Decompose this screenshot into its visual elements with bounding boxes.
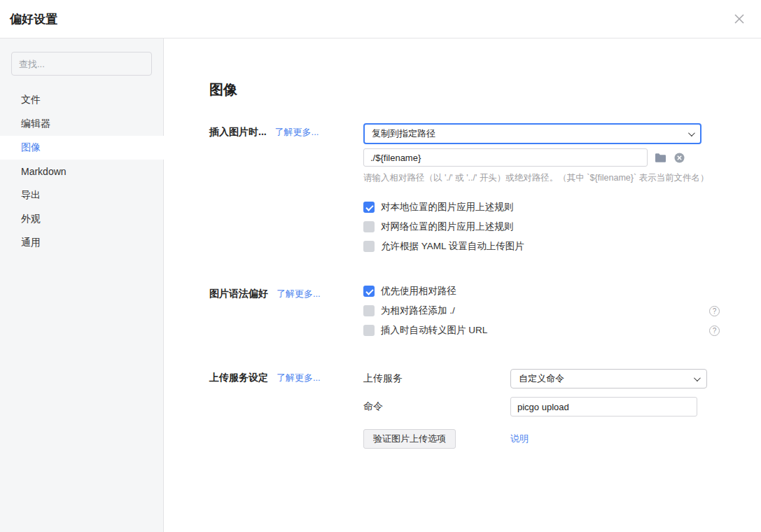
path-row <box>363 148 720 167</box>
checkbox-label: 为相对路径添加 ./ <box>381 304 455 317</box>
close-button[interactable] <box>732 11 747 27</box>
sidebar: 文件 编辑器 图像 Markdown 导出 外观 通用 <box>0 38 164 532</box>
validate-button-wrap: 验证图片上传选项 <box>363 429 510 449</box>
checkbox[interactable] <box>363 305 375 316</box>
sidebar-item-export[interactable]: 导出 <box>0 183 163 207</box>
sidebar-nav: 文件 编辑器 图像 Markdown 导出 外观 通用 <box>0 88 163 255</box>
checkbox-row[interactable]: 插入时自动转义图片 URL <box>363 324 487 337</box>
command-row: 命令 <box>363 397 720 416</box>
section-controls: 优先使用相对路径 为相对路径添加 ./ ? 插入时自动转义图片 URL <box>363 285 720 337</box>
clear-icon <box>674 153 685 163</box>
sidebar-item-markdown[interactable]: Markdown <box>0 160 163 183</box>
checkbox[interactable] <box>363 325 375 336</box>
insert-action-select[interactable]: 复制到指定路径 <box>363 123 701 144</box>
checkbox-row-add-dot-slash: 为相对路径添加 ./ ? <box>363 304 720 317</box>
learn-more-link[interactable]: 了解更多... <box>277 372 321 383</box>
checkbox-label: 对本地位置的图片应用上述规则 <box>381 201 513 214</box>
section-label-col: 上传服务设定 了解更多... <box>209 369 363 457</box>
checkbox-label: 对网络位置的图片应用上述规则 <box>381 220 513 233</box>
sidebar-item-file[interactable]: 文件 <box>0 88 163 112</box>
folder-icon <box>655 153 666 163</box>
search-input[interactable] <box>11 52 152 76</box>
checkbox-row-relative-path[interactable]: 优先使用相对路径 <box>363 285 720 298</box>
section-label-col: 插入图片时... 了解更多... <box>209 123 363 253</box>
search-wrap <box>0 52 163 76</box>
preferences-window: 偏好设置 文件 编辑器 图像 Markdown 导出 外观 通用 <box>0 0 761 532</box>
learn-more-link[interactable]: 了解更多... <box>275 127 319 137</box>
validate-upload-button[interactable]: 验证图片上传选项 <box>363 429 456 449</box>
checkbox[interactable] <box>363 221 375 232</box>
section-insert-images: 插入图片时... 了解更多... 复制到指定路径 <box>209 123 720 253</box>
window-title: 偏好设置 <box>10 11 57 27</box>
upload-service-label: 上传服务 <box>363 372 510 385</box>
insert-action-select-value: 复制到指定路径 <box>372 127 435 140</box>
section-label: 插入图片时... <box>209 126 267 137</box>
section-label: 图片语法偏好 <box>209 288 268 299</box>
window-body: 文件 编辑器 图像 Markdown 导出 外观 通用 图像 插入图片时... … <box>0 38 761 532</box>
command-label: 命令 <box>363 400 510 413</box>
close-icon <box>734 13 745 24</box>
section-controls: 上传服务 自定义命令 命令 验证图片上传选项 <box>363 369 720 457</box>
checkbox-row-yaml-upload[interactable]: 允许根据 YAML 设置自动上传图片 <box>363 240 720 253</box>
section-controls: 复制到指定路径 <box>363 123 720 253</box>
checkbox[interactable] <box>363 286 375 297</box>
sidebar-item-editor[interactable]: 编辑器 <box>0 112 163 136</box>
section-image-syntax: 图片语法偏好 了解更多... 优先使用相对路径 为相对路径添加 ./ ? <box>209 285 720 337</box>
sidebar-item-appearance[interactable]: 外观 <box>0 207 163 231</box>
checkbox-label: 允许根据 YAML 设置自动上传图片 <box>381 240 524 253</box>
sidebar-item-image[interactable]: 图像 <box>0 136 164 160</box>
help-icon[interactable]: ? <box>709 306 720 316</box>
upload-service-select[interactable]: 自定义命令 <box>510 369 707 388</box>
checkbox[interactable] <box>363 241 375 252</box>
path-hint-text: 请输入相对路径（以 './' 或 '../' 开头）或绝对路径。（其中 `${f… <box>363 172 720 184</box>
checkbox-row-escape-url: 插入时自动转义图片 URL ? <box>363 324 720 337</box>
chevron-down-icon <box>688 130 695 136</box>
section-upload-service: 上传服务设定 了解更多... 上传服务 自定义命令 命令 <box>209 369 720 457</box>
copy-path-input[interactable] <box>363 148 648 167</box>
help-icon[interactable]: ? <box>709 326 720 336</box>
checkbox-row[interactable]: 为相对路径添加 ./ <box>363 304 455 317</box>
command-input[interactable] <box>510 397 697 416</box>
checkbox-row-network-images[interactable]: 对网络位置的图片应用上述规则 <box>363 220 720 233</box>
checkbox-row-local-images[interactable]: 对本地位置的图片应用上述规则 <box>363 201 720 214</box>
learn-more-link[interactable]: 了解更多... <box>277 288 321 299</box>
checkbox-label: 插入时自动转义图片 URL <box>381 324 487 337</box>
section-label: 上传服务设定 <box>209 372 268 383</box>
browse-folder-button[interactable] <box>654 151 666 164</box>
checkbox-label: 优先使用相对路径 <box>381 285 456 298</box>
validate-row: 验证图片上传选项 说明 <box>363 429 720 449</box>
image-settings-panel: 图像 插入图片时... 了解更多... 复制到指定路径 <box>164 38 761 532</box>
sidebar-item-general[interactable]: 通用 <box>0 231 163 255</box>
page-title: 图像 <box>209 80 720 99</box>
insert-checkboxes: 对本地位置的图片应用上述规则 对网络位置的图片应用上述规则 允许根据 YAML … <box>363 201 720 253</box>
section-label-col: 图片语法偏好 了解更多... <box>209 285 363 337</box>
docs-link[interactable]: 说明 <box>510 433 529 445</box>
titlebar: 偏好设置 <box>0 0 761 38</box>
upload-service-row: 上传服务 自定义命令 <box>363 369 720 388</box>
upload-service-select-value: 自定义命令 <box>519 372 564 385</box>
clear-path-button[interactable] <box>673 151 685 164</box>
checkbox[interactable] <box>363 202 375 213</box>
chevron-down-icon <box>694 374 701 382</box>
